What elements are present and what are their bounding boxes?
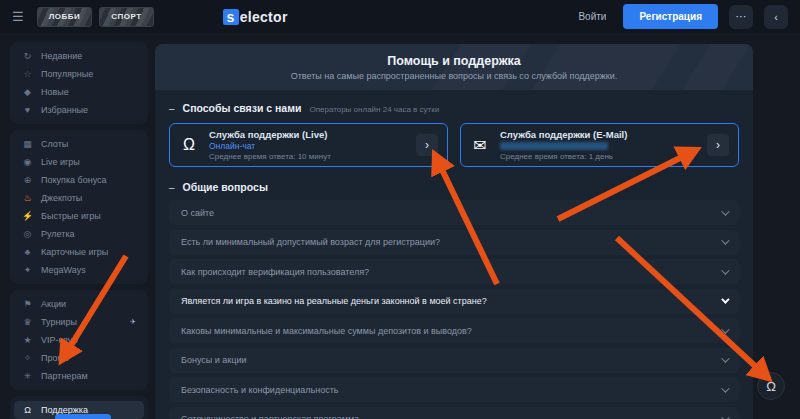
partners-icon: ✳: [22, 371, 33, 381]
sidebar-item-megaways[interactable]: ✦MegaWays: [14, 261, 144, 279]
faq-row[interactable]: О сайте: [169, 200, 739, 225]
collapse-chevron-icon[interactable]: ‹: [764, 5, 788, 29]
chevron-down-icon: [721, 354, 729, 362]
roulette-icon: ◎: [22, 229, 33, 239]
faq-list: О сайтеЕсть ли минимальный допустимый во…: [169, 200, 739, 419]
live-card-title: Служба поддержки (Live): [209, 129, 331, 140]
contact-section-header[interactable]: – Способы связи с нами Операторы онлайн …: [169, 102, 739, 114]
sidebar-item-рулетка[interactable]: ◎Рулетка: [14, 225, 144, 243]
live-support-card-chevron[interactable]: ›: [416, 134, 438, 156]
faq-question-label: О сайте: [181, 208, 214, 218]
email-card-response-time: Среднее время ответа: 1 день: [500, 152, 627, 161]
live-support-card[interactable]: Ω Служба поддержки (Live) Онлайн-чат Сре…: [169, 123, 448, 167]
sidebar-group-games: ▦Слоты◉Live игры⊕Покупка бонуса♨Джекпоты…: [10, 130, 148, 284]
sidebar-item-label: Покупка бонуса: [41, 175, 107, 185]
main-panel: Помощь и поддержка Ответы на самые распр…: [155, 44, 753, 419]
sidebar-item-vip-клуб[interactable]: ★VIP-клуб: [14, 331, 144, 349]
faq-row[interactable]: Есть ли минимальный допустимый возраст д…: [169, 230, 739, 255]
sidebar-item-избранные[interactable]: ♥Избранные: [14, 101, 144, 119]
sidebar-item-label: Слоты: [41, 139, 68, 149]
chevron-down-icon: [721, 266, 729, 274]
sidebar-item-акции[interactable]: ⚑Акции: [14, 295, 144, 313]
login-button[interactable]: Войти: [568, 5, 616, 28]
faq-section-header[interactable]: – Общие вопросы: [169, 181, 739, 193]
sidebar-item-label: Джекпоты: [41, 193, 82, 203]
hamburger-menu-icon[interactable]: ☰: [12, 9, 24, 24]
vip-star-icon: ★: [22, 335, 33, 345]
live-card-response-time: Среднее время ответа: 10 минут: [209, 152, 331, 161]
sport-button[interactable]: СПОРТ: [99, 7, 153, 27]
page-title: Помощь и поддержка: [387, 54, 520, 68]
sidebar-item-быстрые-игры[interactable]: ⚡Быстрые игры: [14, 207, 144, 225]
support-fab[interactable]: Ω: [757, 372, 785, 400]
jackpot-flame-icon: ♨: [22, 193, 33, 203]
slots-icon: ▦: [22, 139, 33, 149]
faq-question-label: Как происходит верификация пользователя?: [181, 267, 369, 277]
contact-section-title: Способы связи с нами: [183, 102, 302, 114]
clipped-bottom-blue-button[interactable]: [55, 414, 111, 419]
faq-row[interactable]: Является ли игра в казино на реальные де…: [169, 289, 739, 314]
sidebar-item-покупка-бонуса[interactable]: ⊕Покупка бонуса: [14, 171, 144, 189]
faq-question-label: Является ли игра в казино на реальные де…: [181, 296, 487, 306]
faq-question-label: Каковы минимальные и максимальные суммы …: [181, 326, 472, 336]
sidebar-item-недавние[interactable]: ↻Недавние: [14, 47, 144, 65]
sidebar-item-label: Акции: [41, 299, 66, 309]
sidebar-item-популярные[interactable]: ☆Популярные: [14, 65, 144, 83]
promo-ticket-icon: ✧: [22, 353, 33, 363]
online-chat-link[interactable]: Онлайн-чат: [209, 141, 331, 151]
logo-s-square: s: [223, 9, 239, 25]
faq-question-label: Безопасность и конфиденциальность: [181, 385, 339, 395]
email-card-title: Служба поддержки (E-Mail): [500, 129, 627, 140]
jet-icon: ✈: [130, 318, 136, 326]
register-button[interactable]: Регистрация: [623, 4, 718, 29]
sidebar-item-джекпоты[interactable]: ♨Джекпоты: [14, 189, 144, 207]
faq-row[interactable]: Как происходит верификация пользователя?: [169, 259, 739, 284]
sidebar-item-партнерам[interactable]: ✳Партнерам: [14, 367, 144, 385]
sidebar-item-live-игры[interactable]: ◉Live игры: [14, 153, 144, 171]
faq-row[interactable]: Бонусы и акции: [169, 348, 739, 373]
logo-text: elector: [240, 9, 288, 25]
sidebar-item-label: Карточные игры: [41, 247, 108, 257]
sidebar-item-новые[interactable]: ◆Новые: [14, 83, 144, 101]
email-support-card-chevron[interactable]: ›: [707, 134, 729, 156]
envelope-icon: ✉: [470, 136, 490, 155]
faq-question-label: Сотрудничество и партнерская программа: [181, 414, 359, 419]
megaways-icon: ✦: [22, 265, 33, 275]
diamond-icon: ◆: [22, 87, 33, 97]
faq-row[interactable]: Безопасность и конфиденциальность: [169, 377, 739, 402]
sidebar-item-label: VIP-клуб: [41, 335, 78, 345]
sidebar-group-recent: ↻Недавние☆Популярные◆Новые♥Избранные: [10, 42, 148, 124]
collapse-minus-icon: –: [169, 182, 175, 193]
fast-games-icon: ⚡: [22, 211, 33, 221]
tournaments-trophy-icon: ♛: [22, 317, 33, 327]
sidebar-item-label: MegaWays: [41, 265, 86, 275]
heart-icon: ♥: [22, 105, 33, 115]
sidebar-item-турниры[interactable]: ♛Турниры✈: [14, 313, 144, 331]
redacted-email-address: [500, 142, 608, 150]
sidebar-item-промо[interactable]: ✧Промо: [14, 349, 144, 367]
faq-row[interactable]: Каковы минимальные и максимальные суммы …: [169, 318, 739, 343]
chevron-down-icon: [721, 236, 729, 244]
sidebar-item-слоты[interactable]: ▦Слоты: [14, 135, 144, 153]
clock-icon: ↻: [22, 51, 33, 61]
sidebar-group-promos: ⚑Акции♛Турниры✈★VIP-клуб✧Промо✳Партнерам: [10, 290, 148, 390]
sidebar-item-label: Рулетка: [41, 229, 75, 239]
sidebar-item-label: Промо: [41, 353, 69, 363]
card-games-icon: ♣: [22, 247, 33, 257]
lobby-button[interactable]: ЛОББИ: [37, 7, 93, 27]
sidebar-item-карточные-игры[interactable]: ♣Карточные игры: [14, 243, 144, 261]
bonus-buy-icon: ⊕: [22, 175, 33, 185]
support-headphones-icon: Ω: [766, 379, 776, 394]
promotions-gift-icon: ⚑: [22, 299, 33, 309]
faq-question-label: Бонусы и акции: [181, 355, 246, 365]
sidebar-item-label: Live игры: [41, 157, 80, 167]
faq-row[interactable]: Сотрудничество и партнерская программа: [169, 407, 739, 419]
chat-bubble-icon[interactable]: ⋯: [729, 5, 753, 29]
selector-logo[interactable]: s elector: [223, 9, 288, 25]
faq-question-label: Есть ли минимальный допустимый возраст д…: [181, 237, 440, 247]
sidebar-item-label: Недавние: [41, 51, 82, 61]
page-header-band: Помощь и поддержка Ответы на самые распр…: [155, 44, 753, 90]
sidebar-item-label: Партнерам: [41, 371, 88, 381]
email-support-card[interactable]: ✉ Служба поддержки (E-Mail) Среднее врем…: [460, 123, 739, 167]
sidebar-item-label: Популярные: [41, 69, 93, 79]
